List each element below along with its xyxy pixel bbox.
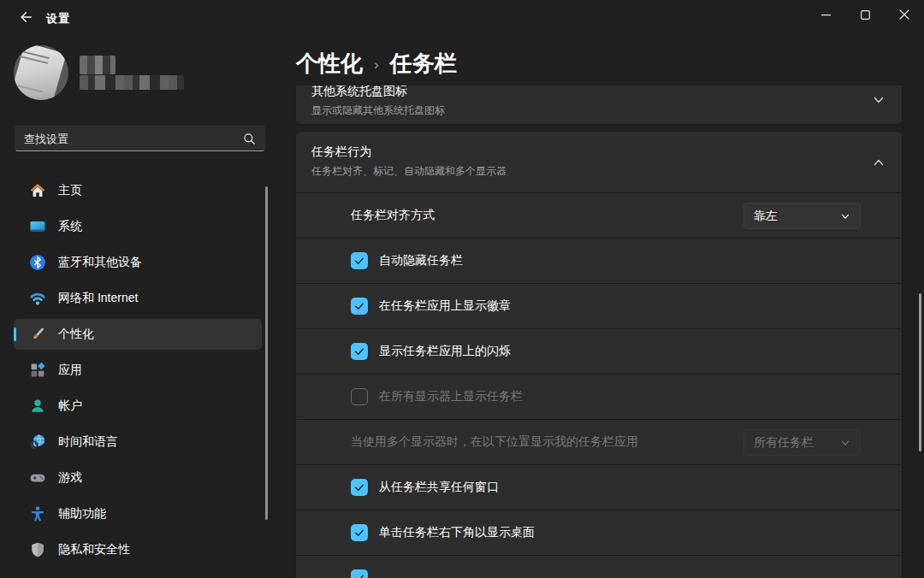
search-box[interactable] [15, 126, 265, 151]
titlebar: 设置 [0, 0, 924, 38]
setting-row: 当使用多个显示器时，在以下位置显示我的任务栏应用所有任务栏 [296, 419, 902, 464]
tray-icons-title: 其他系统托盘图标 [311, 86, 886, 99]
sidebar-item-accessibility[interactable]: 辅助功能 [14, 498, 262, 529]
maximize-button[interactable] [845, 0, 885, 29]
checkbox-checked[interactable] [351, 252, 368, 269]
window-controls [806, 0, 924, 29]
setting-row: 显示任务栏应用上的闪烁 [296, 328, 902, 374]
setting-label: 自动隐藏任务栏 [379, 253, 463, 268]
breadcrumb: 个性化 › 任务栏 [296, 48, 457, 79]
checkbox-checked[interactable] [351, 524, 368, 541]
sidebar-item-time-language[interactable]: 时间和语言 [14, 427, 262, 457]
back-arrow-icon [19, 10, 33, 24]
sidebar-item-label: 帐户 [58, 398, 82, 414]
sidebar-item-privacy[interactable]: 隐私和安全性 [14, 534, 262, 565]
sidebar-item-personalization[interactable]: 个性化 [14, 319, 262, 350]
accounts-icon [29, 398, 46, 415]
minimize-button[interactable] [806, 0, 845, 29]
sidebar-item-label: 游戏 [58, 470, 82, 486]
time-language-icon [29, 434, 46, 451]
setting-label: 从任务栏共享任何窗口 [379, 480, 499, 495]
chevron-down-icon [840, 438, 850, 448]
main-scrollbar[interactable] [919, 293, 921, 451]
user-email-redacted [80, 75, 184, 90]
sidebar-scrollbar[interactable] [265, 186, 268, 520]
accessibility-icon [29, 505, 46, 522]
gaming-icon [29, 469, 46, 487]
setting-label: 显示任务栏应用上的闪烁 [379, 344, 511, 359]
taskbar-behavior-card: 任务栏行为 任务栏对齐、标记、自动隐藏和多个显示器 任务栏对齐方式靠左自动隐藏任… [295, 131, 903, 578]
close-button[interactable] [885, 0, 924, 29]
search-icon [243, 133, 256, 145]
system-icon [29, 218, 46, 235]
tray-icons-expander[interactable]: 其他系统托盘图标 显示或隐藏其他系统托盘图标 [295, 86, 903, 125]
user-name-redacted [80, 56, 116, 74]
dropdown-value: 所有任务栏 [754, 435, 814, 451]
sidebar-item-label: 时间和语言 [58, 434, 118, 450]
setting-row: 任务栏对齐方式靠左 [296, 192, 902, 238]
sidebar-item-label: 隐私和安全性 [58, 542, 130, 557]
settings-scroll-area: 其他系统托盘图标 显示或隐藏其他系统托盘图标 任务栏行为 任务栏对齐、标记、自动… [295, 86, 924, 578]
search-input[interactable] [24, 133, 243, 145]
checkbox-unchecked [351, 388, 368, 405]
setting-row: 在所有显示器上显示任务栏 [296, 374, 902, 419]
taskbar-behavior-subtitle: 任务栏对齐、标记、自动隐藏和多个显示器 [311, 164, 886, 179]
setting-label: 任务栏对齐方式 [351, 208, 435, 223]
privacy-icon [29, 541, 46, 558]
dropdown-select: 所有任务栏 [743, 429, 861, 456]
chevron-down-icon [873, 94, 885, 106]
setting-label: 在所有显示器上显示任务栏 [379, 389, 523, 404]
setting-row: 在任务栏应用上显示徽章 [296, 283, 902, 328]
chevron-down-icon [840, 211, 850, 221]
sidebar-item-label: 网络和 Internet [58, 291, 138, 306]
chevron-up-icon [873, 156, 885, 168]
sidebar-item-label: 系统 [58, 219, 82, 234]
setting-row [296, 555, 902, 578]
sidebar-item-bluetooth[interactable]: 蓝牙和其他设备 [14, 247, 262, 278]
checkbox-checked[interactable] [351, 569, 368, 578]
sidebar-item-home[interactable]: 主页 [14, 175, 262, 206]
taskbar-behavior-rows: 任务栏对齐方式靠左自动隐藏任务栏在任务栏应用上显示徽章显示任务栏应用上的闪烁在所… [296, 192, 902, 578]
sidebar-item-label: 辅助功能 [58, 506, 106, 522]
maximize-icon [861, 10, 870, 20]
sidebar-item-label: 主页 [58, 183, 82, 198]
checkbox-checked[interactable] [351, 343, 368, 360]
sidebar-item-network[interactable]: 网络和 Internet [14, 283, 262, 314]
sidebar-item-apps[interactable]: 应用 [14, 355, 262, 386]
checkbox-checked[interactable] [351, 479, 368, 496]
taskbar-behavior-expander[interactable]: 任务栏行为 任务栏对齐、标记、自动隐藏和多个显示器 [296, 132, 902, 192]
dropdown-select[interactable]: 靠左 [743, 203, 861, 229]
personalization-icon [29, 326, 46, 343]
user-profile[interactable] [14, 44, 253, 101]
window-title: 设置 [46, 11, 70, 27]
setting-row: 单击任务栏右下角以显示桌面 [296, 510, 902, 555]
sidebar-nav: 主页系统蓝牙和其他设备网络和 Internet个性化应用帐户时间和语言游戏辅助功… [14, 175, 262, 570]
close-icon [899, 9, 909, 20]
setting-label: 单击任务栏右下角以显示桌面 [379, 525, 535, 540]
bluetooth-icon [29, 254, 46, 271]
breadcrumb-parent[interactable]: 个性化 [296, 49, 363, 79]
network-icon [29, 290, 46, 307]
home-icon [29, 182, 46, 199]
apps-icon [29, 362, 46, 379]
sidebar-item-label: 蓝牙和其他设备 [58, 255, 142, 270]
back-button[interactable] [10, 4, 41, 30]
dropdown-value: 靠左 [754, 209, 778, 224]
sidebar-item-system[interactable]: 系统 [14, 211, 262, 242]
checkbox-checked[interactable] [351, 298, 368, 315]
page-title: 任务栏 [390, 49, 457, 79]
sidebar-item-accounts[interactable]: 帐户 [14, 391, 262, 422]
breadcrumb-separator-icon: › [374, 54, 379, 74]
setting-row: 自动隐藏任务栏 [296, 238, 902, 283]
setting-label: 在任务栏应用上显示徽章 [379, 298, 511, 314]
avatar [14, 45, 68, 100]
sidebar-item-label: 个性化 [58, 327, 94, 342]
setting-label: 当使用多个显示器时，在以下位置显示我的任务栏应用 [351, 434, 638, 450]
setting-row: 从任务栏共享任何窗口 [296, 464, 902, 510]
minimize-icon [821, 10, 831, 20]
sidebar-item-label: 应用 [58, 363, 82, 378]
sidebar-item-gaming[interactable]: 游戏 [14, 463, 262, 493]
tray-icons-subtitle: 显示或隐藏其他系统托盘图标 [311, 103, 886, 118]
taskbar-behavior-title: 任务栏行为 [311, 144, 886, 160]
